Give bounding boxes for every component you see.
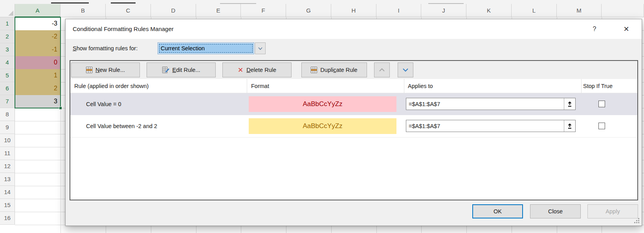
row-header-9[interactable]: 9 [0,121,15,134]
dialog-titlebar: Conditional Formatting Rules Manager ? ✕ [66,19,642,39]
stop-if-true-checkbox[interactable] [598,101,605,107]
show-rules-label: Show formatting rules for: [73,45,138,51]
column-header-H[interactable]: H [331,4,376,17]
show-rules-dropdown-button[interactable] [255,42,266,54]
show-rules-dropdown[interactable]: Current Selection [158,42,254,54]
new-rule-button[interactable]: New Rule... [71,62,140,77]
row-header-14[interactable]: 14 [0,186,15,199]
table-grid-icon [86,67,92,73]
duplicate-rule-button[interactable]: Duplicate Rule [301,62,367,77]
stop-if-true-checkbox[interactable] [598,123,605,129]
row-header-7[interactable]: 7 [0,95,15,108]
chevron-down-icon [402,67,409,73]
resize-grip[interactable] [638,222,639,223]
collapse-dialog-arrow-icon [567,123,572,129]
column-header-G[interactable]: G [286,4,331,17]
red-x-icon: ✕ [238,67,243,73]
header-stop-if-true: Stop If True [583,79,613,93]
row-header-16[interactable]: 16 [0,212,15,225]
close-button[interactable]: Close [530,204,581,218]
rule-row-cell-value-between[interactable]: Cell Value between -2 and 2 AaBbCcYyZz [70,115,637,137]
chevron-up-icon [378,67,385,73]
row-header-10[interactable]: 10 [0,134,15,147]
collapse-dialog-arrow-icon [567,101,572,107]
header-format: Format [251,79,269,93]
column-divider [404,79,404,93]
chevron-down-icon [257,46,263,51]
column-divider [247,79,247,93]
rule-description: Cell Value = 0 [86,93,121,115]
row-header-13[interactable]: 13 [0,173,15,186]
row-header-15[interactable]: 15 [0,199,15,212]
row-header-2[interactable]: 2 [0,30,15,43]
apply-button[interactable]: Apply [587,204,638,218]
edit-rule-button[interactable]: Edit Rule... [147,62,216,77]
help-icon[interactable]: ? [588,23,601,35]
header-applies-to: Applies to [408,79,433,93]
column-header-M[interactable]: M [557,4,602,17]
format-preview: AaBbCcYyZz [249,96,396,112]
column-header-C[interactable]: C [106,4,151,17]
close-icon[interactable]: ✕ [620,23,633,35]
row-header-5[interactable]: 5 [0,69,15,82]
delete-rule-button[interactable]: ✕ Delete Rule [222,62,292,77]
applies-to-input[interactable] [406,98,564,110]
column-header-B[interactable]: B [61,4,106,17]
format-preview: AaBbCcYyZz [249,118,396,134]
ok-button[interactable]: OK [472,204,523,218]
column-header-D[interactable]: D [151,4,196,17]
range-picker-button[interactable] [564,120,575,132]
column-header-I[interactable]: I [376,4,421,17]
rule-description: Cell Value between -2 and 2 [86,115,157,137]
rule-row-cell-value-0[interactable]: Cell Value = 0 AaBbCcYyZz [70,93,637,115]
select-all-triangle-icon [8,11,13,16]
selection-border [15,17,61,108]
row-header-1[interactable]: 1 [0,17,15,30]
header-rule: Rule (applied in order shown) [74,79,149,93]
applies-to-input[interactable] [406,120,564,132]
table-pencil-icon [162,67,169,73]
row-header-8[interactable]: 8 [0,108,15,121]
column-header-A[interactable]: A [15,4,61,17]
move-rule-down-button[interactable] [398,62,413,77]
move-rule-up-button[interactable] [374,62,390,77]
row-separator [70,137,637,138]
row-header-6[interactable]: 6 [0,82,15,95]
conditional-formatting-rules-manager-dialog: Conditional Formatting Rules Manager ? ✕… [65,19,642,226]
applies-to-field-wrap [406,120,576,132]
rules-list-header: Rule (applied in order shown) Format App… [70,79,637,93]
row-header-12[interactable]: 12 [0,160,15,173]
range-picker-button[interactable] [564,98,575,110]
rules-list-container: New Rule... Edit Rule... ✕ Delete Rule D… [70,60,638,200]
row-header-11[interactable]: 11 [0,147,15,160]
rules-toolbar: New Rule... Edit Rule... ✕ Delete Rule D… [70,61,637,79]
fill-handle[interactable] [59,106,62,110]
applies-to-field-wrap [406,98,576,110]
column-header-F[interactable]: F [241,4,286,17]
app-chrome-strip [0,0,644,4]
table-grid-icon [311,67,317,73]
column-divider [581,79,582,93]
column-header-L[interactable]: L [512,4,557,17]
column-header-K[interactable]: K [466,4,512,17]
column-header-E[interactable]: E [196,4,241,17]
select-all-corner[interactable] [0,4,15,17]
row-header-4[interactable]: 4 [0,56,15,69]
row-header-3[interactable]: 3 [0,43,15,56]
dialog-title: Conditional Formatting Rules Manager [73,19,174,39]
column-header-J[interactable]: J [421,4,466,17]
show-rules-selected-value: Current Selection [158,43,253,53]
column-header-partial[interactable] [602,4,644,17]
